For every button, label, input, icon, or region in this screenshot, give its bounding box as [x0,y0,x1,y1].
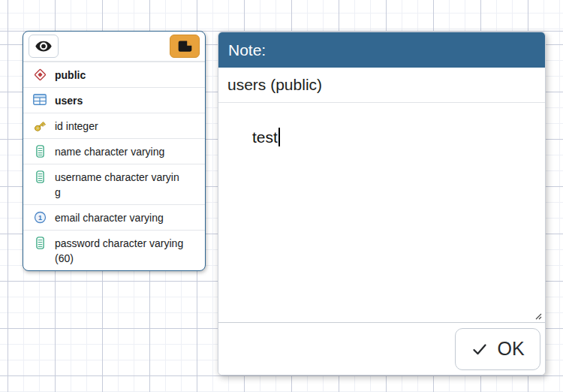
node-row-table[interactable]: users [23,87,205,113]
ok-button-label: OK [497,338,524,360]
ok-button[interactable]: OK [455,328,540,370]
note-icon [178,41,192,52]
node-row-schema[interactable]: public [23,62,205,87]
note-textarea[interactable]: test [218,103,545,323]
check-icon [471,340,489,358]
schema-name: public [55,68,184,83]
svg-text:1: 1 [38,213,42,221]
add-edit-note-button[interactable] [170,35,200,58]
node-toolbar [23,32,205,62]
show-details-button[interactable] [29,35,59,58]
text-caret [278,128,280,146]
node-row-column-username[interactable]: username character varying [23,164,205,204]
note-dialog-footer: OK [218,323,545,375]
unique-one-icon: 1 [32,211,47,224]
resize-handle-icon[interactable] [498,311,543,321]
table-node-users[interactable]: public users [23,31,206,271]
eye-icon [35,41,52,52]
node-row-column-email[interactable]: 1 email character varying [23,204,205,230]
primary-key-icon [32,119,47,133]
column-icon [32,145,47,158]
note-dialog: Note: users (public) test OK [218,32,546,375]
note-dialog-title: Note: [218,32,545,68]
table-icon [32,94,47,105]
column-icon [32,237,47,249]
note-dialog-subtitle: users (public) [218,68,545,103]
node-row-column-password[interactable]: password character varying (60) [23,230,205,270]
table-name: users [55,93,184,108]
schema-icon [32,68,47,81]
column-icon [32,170,47,183]
erd-canvas: public users [0,0,563,392]
column-label: email character varying [55,210,184,225]
column-label: username character varying [55,170,184,200]
note-text: test [252,128,278,146]
column-label: id integer [55,119,184,134]
column-label: name character varying [55,144,184,159]
node-row-column-id[interactable]: id integer [23,113,205,138]
node-row-column-name[interactable]: name character varying [23,138,205,164]
column-label: password character varying (60) [55,236,184,266]
